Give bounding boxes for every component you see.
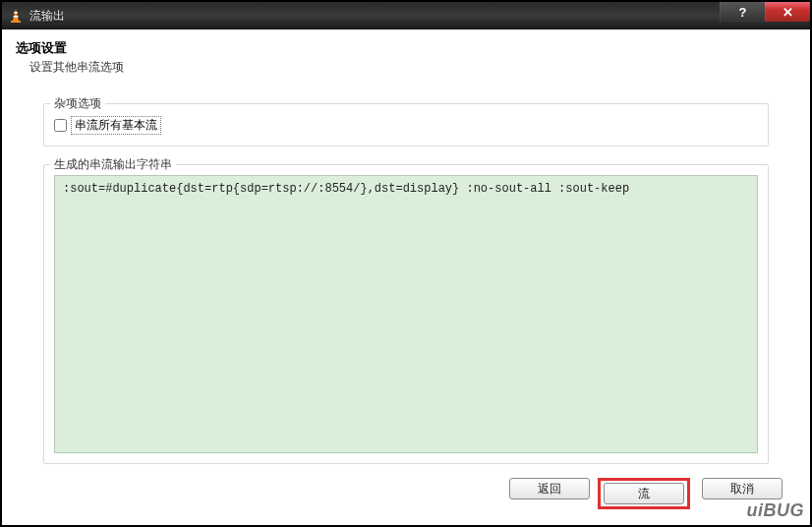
svg-rect-3: [11, 21, 21, 23]
svg-rect-1: [14, 12, 18, 14]
svg-rect-2: [14, 16, 19, 18]
help-button[interactable]: ?: [720, 2, 765, 22]
dialog-window: 流输出 ? ✕ 选项设置 设置其他串流选项 杂项选项 串流所有基本流 生成的串流…: [0, 0, 812, 527]
cancel-button[interactable]: 取消: [702, 478, 783, 499]
button-bar: 返回 流 取消: [16, 472, 796, 517]
title-bar[interactable]: 流输出 ? ✕: [2, 2, 810, 29]
stream-all-es-checkbox[interactable]: [54, 119, 67, 132]
misc-options-group: 杂项选项 串流所有基本流: [43, 103, 769, 146]
misc-options-legend: 杂项选项: [50, 95, 105, 112]
back-button[interactable]: 返回: [509, 478, 590, 499]
window-controls: ? ✕: [720, 2, 810, 22]
question-icon: ?: [739, 5, 747, 20]
page-subtitle: 设置其他串流选项: [29, 59, 796, 76]
output-string-group: 生成的串流输出字符串: [43, 164, 769, 464]
stream-button[interactable]: 流: [604, 483, 684, 504]
window-title: 流输出: [29, 8, 65, 25]
client-area: 选项设置 设置其他串流选项 杂项选项 串流所有基本流 生成的串流输出字符串 返回…: [2, 29, 810, 525]
svg-marker-0: [13, 9, 19, 21]
page-title: 选项设置: [16, 39, 796, 57]
stream-all-es-label[interactable]: 串流所有基本流: [71, 116, 161, 135]
close-icon: ✕: [783, 5, 793, 20]
stream-output-textarea[interactable]: [54, 175, 758, 453]
page-header: 选项设置 设置其他串流选项: [16, 39, 796, 76]
close-button[interactable]: ✕: [765, 2, 810, 22]
stream-button-highlight: 流: [598, 478, 690, 509]
stream-all-es-row: 串流所有基本流: [54, 114, 758, 136]
vlc-cone-icon: [8, 8, 24, 24]
output-string-legend: 生成的串流输出字符串: [50, 156, 176, 173]
